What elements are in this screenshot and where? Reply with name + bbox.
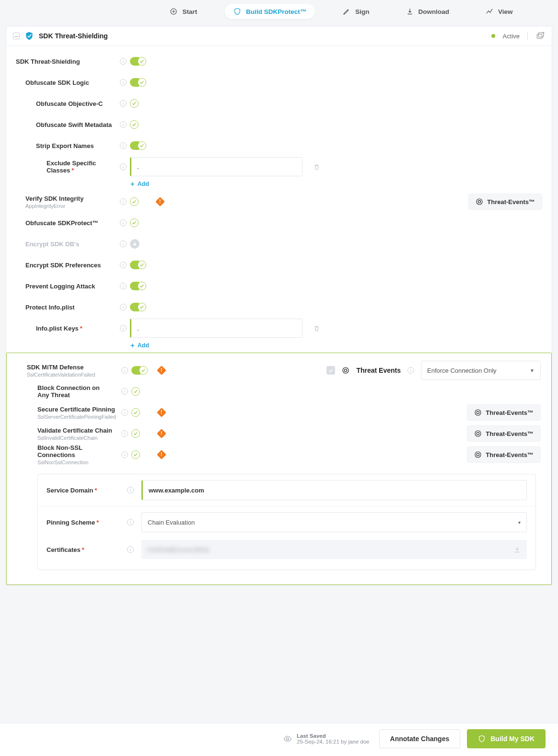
threat-events-button[interactable]: Threat-Events™ (467, 447, 541, 463)
info-icon[interactable]: i (407, 367, 414, 374)
threat-events-checkbox[interactable] (326, 366, 335, 375)
info-icon[interactable]: i (120, 283, 127, 289)
info-icon[interactable]: i (127, 546, 134, 553)
check-obfuscate-objc[interactable] (130, 99, 139, 108)
sub-label: SslNonSslConnection (37, 459, 118, 465)
threat-events-label: Threat Events (356, 367, 401, 374)
pinning-scheme-select[interactable]: Chain Evaluation▾ (141, 512, 527, 532)
plist-keys-input[interactable] (130, 319, 302, 338)
info-icon[interactable]: i (120, 100, 127, 107)
row-service-domain: Service Domain* i (38, 474, 535, 506)
info-icon[interactable]: i (121, 430, 128, 437)
trash-icon[interactable] (313, 163, 320, 171)
nav-start[interactable]: Start (161, 4, 206, 19)
warning-icon: ! (157, 366, 166, 375)
pen-icon (343, 8, 350, 15)
row-obfuscate-swift: Obfuscate Swift Metadata i (16, 114, 542, 135)
info-icon[interactable]: i (127, 519, 134, 526)
row-obfuscate-logic: Obfuscate SDK Logic i (16, 72, 542, 93)
sub-label: AppIntegrityError (25, 203, 116, 209)
toggle-section[interactable] (130, 57, 146, 66)
status-dot-icon (491, 34, 495, 38)
info-icon[interactable]: i (120, 325, 127, 332)
warning-icon: ! (157, 450, 166, 459)
row-section-title: SDK Threat-Shielding i (16, 51, 542, 72)
check-integrity[interactable] (130, 197, 139, 206)
label: Encrypt SDK DB's (25, 241, 116, 248)
svg-point-9 (475, 410, 481, 415)
row-exclude-classes: Exclude Specific Classes* i (16, 156, 542, 177)
certificates-field[interactable]: C4/EfwBZxxxx38Ze (141, 540, 527, 559)
target-icon (474, 409, 482, 416)
check-block-nonssl[interactable] (131, 450, 140, 459)
trash-icon[interactable] (313, 325, 320, 332)
threat-events-button[interactable]: Threat-Events™ (468, 194, 542, 210)
check-block-any[interactable] (131, 387, 140, 396)
nav-download[interactable]: Download (397, 4, 458, 19)
row-pinning-scheme: Pinning Scheme* i Chain Evaluation▾ (38, 506, 535, 538)
info-icon[interactable]: i (120, 58, 127, 65)
svg-point-4 (477, 199, 482, 205)
compare-icon[interactable]: + (535, 32, 545, 40)
nav-label: Sign (355, 8, 369, 15)
nav-label: View (498, 8, 513, 15)
toggle-protect-plist[interactable] (130, 303, 146, 311)
check-cert-pinning[interactable] (131, 408, 140, 417)
check-obfuscate-swift[interactable] (130, 120, 139, 129)
label: Block Connection on Any Threat (37, 384, 109, 399)
toggle-strip-export[interactable] (130, 141, 146, 150)
info-icon[interactable]: i (120, 142, 127, 149)
exclude-classes-input[interactable] (130, 157, 302, 176)
check-validate-chain[interactable] (131, 429, 140, 438)
nav-label: Start (182, 8, 197, 15)
target-icon (342, 367, 349, 374)
toggle-mitm[interactable] (131, 366, 148, 375)
info-icon[interactable]: i (120, 304, 127, 310)
info-icon[interactable]: i (121, 451, 128, 458)
info-icon[interactable]: i (121, 367, 128, 374)
info-icon[interactable]: i (121, 388, 128, 395)
info-icon[interactable]: i (120, 121, 127, 128)
shield-build-icon (233, 8, 241, 15)
row-block-any: Block Connection on Any Threat i (17, 381, 541, 402)
info-icon[interactable]: i (120, 79, 127, 86)
target-icon (474, 430, 482, 437)
warning-icon: ! (157, 408, 166, 417)
nav-sign[interactable]: Sign (334, 4, 378, 19)
threat-events-button[interactable]: Threat-Events™ (467, 404, 541, 421)
nav-build[interactable]: Build SDKProtect™ (225, 4, 315, 19)
info-icon[interactable]: i (120, 241, 127, 247)
sub-label: SslCertificateValidationFailed (27, 372, 118, 378)
panel-header: – SDK Threat-Shielding Active + (6, 26, 552, 46)
shield-icon (24, 31, 34, 41)
check-obf-protect[interactable] (130, 218, 139, 227)
toggle-prevent-logging[interactable] (130, 282, 146, 290)
info-icon[interactable]: i (120, 163, 127, 170)
info-icon[interactable]: i (120, 262, 127, 268)
status-text: Active (503, 33, 520, 40)
service-domain-input[interactable] (141, 480, 527, 500)
add-class-button[interactable]: +Add (130, 180, 542, 187)
toggle-obfuscate-logic[interactable] (130, 78, 146, 87)
info-icon[interactable]: i (120, 219, 127, 226)
svg-point-11 (475, 431, 481, 436)
info-icon[interactable]: i (121, 409, 128, 416)
row-block-nonssl: Block Non-SSL Connections SslNonSslConne… (17, 444, 541, 465)
download-icon[interactable] (513, 546, 521, 553)
nav-view[interactable]: View (477, 4, 522, 19)
target-icon (474, 451, 482, 458)
svg-point-7 (343, 367, 349, 373)
divider (527, 32, 528, 40)
download-icon (406, 8, 414, 15)
threat-events-select[interactable]: Enforce Connection Only▼ (421, 361, 541, 380)
label: Secure Certificate Pinning (37, 406, 118, 413)
add-plist-key-button[interactable]: +Add (130, 342, 542, 349)
collapse-button[interactable]: – (13, 33, 20, 39)
threat-events-button[interactable]: Threat-Events™ (467, 425, 541, 442)
label: Verify SDK Integrity (25, 195, 116, 202)
info-icon[interactable]: i (120, 198, 127, 205)
nav-label: Download (418, 8, 450, 15)
row-encrypt-prefs: Encrypt SDK Preferences i (16, 254, 542, 275)
toggle-encrypt-prefs[interactable] (130, 261, 146, 269)
info-icon[interactable]: i (127, 487, 134, 493)
